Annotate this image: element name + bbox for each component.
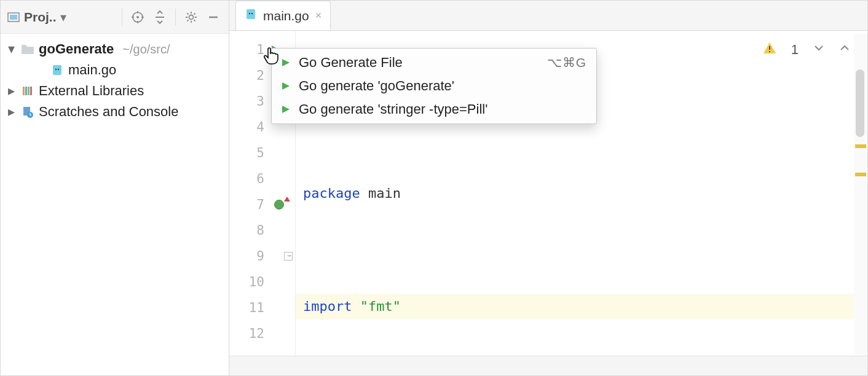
svg-rect-20 xyxy=(247,9,255,19)
separator xyxy=(122,9,122,26)
libraries-icon xyxy=(20,84,35,98)
tab-label: main.go xyxy=(263,9,309,23)
target-icon[interactable] xyxy=(128,8,147,26)
svg-point-13 xyxy=(58,69,59,70)
line-number[interactable]: 7 xyxy=(229,192,295,217)
project-view-dropdown-icon[interactable]: ▾ xyxy=(60,10,66,25)
tree-external-libraries[interactable]: ▸ External Libraries xyxy=(3,80,226,101)
tree-node-label: External Libraries xyxy=(39,83,144,99)
svg-rect-15 xyxy=(25,87,27,95)
menu-item-go-generate-project[interactable]: Go generate 'goGenerate' xyxy=(272,74,596,98)
chevron-right-icon[interactable]: ▸ xyxy=(6,104,17,120)
code-line[interactable]: package main xyxy=(303,181,867,206)
go-file-icon xyxy=(245,8,257,23)
scratches-icon xyxy=(20,104,35,119)
svg-marker-29 xyxy=(282,106,290,113)
svg-point-22 xyxy=(251,13,253,14)
tree-scratches[interactable]: ▸ Scratches and Console xyxy=(3,101,226,122)
play-icon xyxy=(282,82,290,90)
svg-rect-11 xyxy=(53,65,61,75)
expand-all-icon[interactable] xyxy=(151,8,169,26)
svg-rect-26 xyxy=(769,51,770,52)
tree-node-label: main.go xyxy=(68,62,116,78)
line-number[interactable]: 10 xyxy=(229,269,295,295)
line-number[interactable]: 12 xyxy=(229,321,295,347)
editor-tab-bar: main.go × xyxy=(229,1,867,31)
svg-point-21 xyxy=(249,13,250,14)
line-number[interactable]: 11 xyxy=(229,295,295,321)
svg-point-7 xyxy=(136,16,139,18)
svg-rect-25 xyxy=(769,46,770,50)
editor-tab-main-go[interactable]: main.go × xyxy=(235,1,331,30)
line-number[interactable]: 8 xyxy=(229,217,295,243)
line-number[interactable]: 9 xyxy=(229,243,295,269)
chevron-up-icon[interactable] xyxy=(839,42,850,57)
close-icon[interactable]: × xyxy=(315,9,322,22)
menu-item-go-generate-stringer[interactable]: Go generate 'stringer -type=Pill' xyxy=(272,98,596,121)
folder-icon xyxy=(20,42,35,57)
inspection-widget[interactable]: 1 xyxy=(763,41,850,58)
project-tree[interactable]: ▾ goGenerate ~/go/src/ main.go ▸ Externa… xyxy=(1,34,229,127)
svg-rect-1 xyxy=(10,15,17,20)
code-line[interactable] xyxy=(303,124,867,150)
menu-item-label: Go Generate File xyxy=(299,55,403,71)
play-icon xyxy=(282,58,290,67)
menu-item-shortcut: ⌥⌘G xyxy=(547,55,586,70)
warning-icon xyxy=(763,41,776,58)
code-line[interactable]: import "fmt" xyxy=(296,294,867,319)
separator xyxy=(175,9,176,26)
menu-item-label: Go generate 'stringer -type=Pill' xyxy=(299,101,487,117)
play-icon xyxy=(282,105,290,114)
line-number[interactable]: 6 xyxy=(229,166,295,192)
menu-item-go-generate-file[interactable]: Go Generate File ⌥⌘G xyxy=(272,51,596,74)
svg-rect-14 xyxy=(23,87,25,95)
menu-item-label: Go generate 'goGenerate' xyxy=(299,78,454,94)
run-context-menu: Go Generate File ⌥⌘G Go generate 'goGene… xyxy=(271,48,597,124)
tree-node-label: goGenerate xyxy=(39,41,114,57)
project-tool-window: Proj.. ▾ ▾ goGenerate ~/go/src/ xyxy=(1,1,229,375)
error-stripe[interactable] xyxy=(854,34,867,356)
svg-rect-16 xyxy=(28,87,30,95)
tree-node-label: Scratches and Console xyxy=(39,104,178,120)
project-view-icon xyxy=(7,10,20,24)
project-header-label[interactable]: Proj.. xyxy=(24,10,57,25)
code-line[interactable] xyxy=(303,237,867,263)
tree-node-path: ~/go/src/ xyxy=(122,42,170,57)
minimize-icon[interactable] xyxy=(204,8,223,26)
svg-point-9 xyxy=(189,15,194,19)
svg-point-12 xyxy=(55,69,57,70)
tree-file-main-go[interactable]: main.go xyxy=(3,60,226,80)
chevron-down-icon[interactable] xyxy=(813,42,824,57)
chevron-right-icon[interactable]: ▸ xyxy=(6,83,17,99)
svg-marker-27 xyxy=(282,59,290,66)
warning-marker[interactable] xyxy=(855,173,866,176)
svg-rect-17 xyxy=(30,87,32,95)
tree-root-goGenerate[interactable]: ▾ goGenerate ~/go/src/ xyxy=(3,39,226,60)
status-bar xyxy=(229,356,867,375)
go-file-icon xyxy=(50,63,65,77)
warning-count: 1 xyxy=(791,42,799,58)
chevron-down-icon[interactable]: ▾ xyxy=(6,41,17,57)
project-header: Proj.. ▾ xyxy=(1,1,229,34)
warning-marker[interactable] xyxy=(855,144,866,148)
gear-icon[interactable] xyxy=(182,8,200,26)
svg-marker-28 xyxy=(282,82,290,90)
line-number[interactable]: 5 xyxy=(229,140,295,166)
implements-up-icon[interactable] xyxy=(284,197,290,202)
scrollbar-thumb[interactable] xyxy=(856,69,864,137)
